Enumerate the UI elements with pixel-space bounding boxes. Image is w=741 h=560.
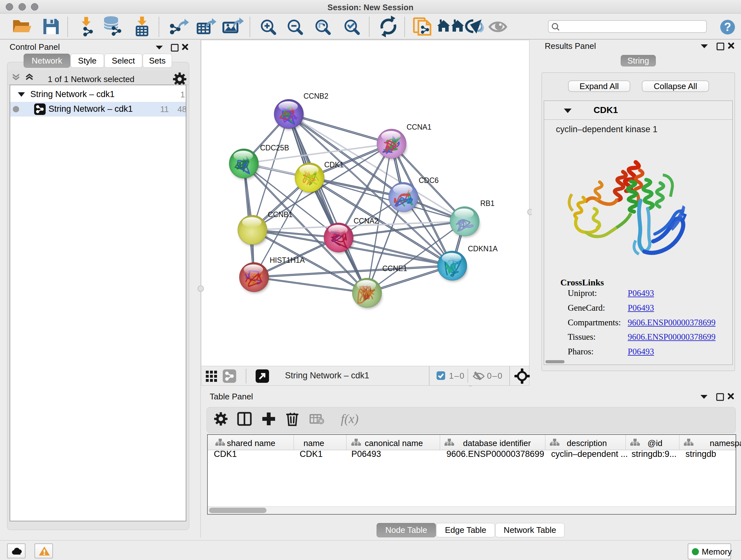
svg-text:f(x): f(x) [341,412,359,426]
svg-text:RB1: RB1 [480,199,495,207]
svg-text:CCNB2: CCNB2 [304,92,328,100]
svg-text:CCNA1: CCNA1 [407,123,431,131]
svg-text:CCNA2: CCNA2 [354,217,379,225]
svg-text:HIST1H1A: HIST1H1A [270,256,305,264]
svg-text:CDC6: CDC6 [419,176,439,185]
svg-text:CDKN1A: CDKN1A [468,245,498,253]
svg-text:CCNB1: CCNB1 [268,210,293,219]
svg-text:CDK1: CDK1 [324,161,344,169]
svg-text:CDC25B: CDC25B [260,144,289,152]
svg-text:CCNE1: CCNE1 [382,264,407,273]
